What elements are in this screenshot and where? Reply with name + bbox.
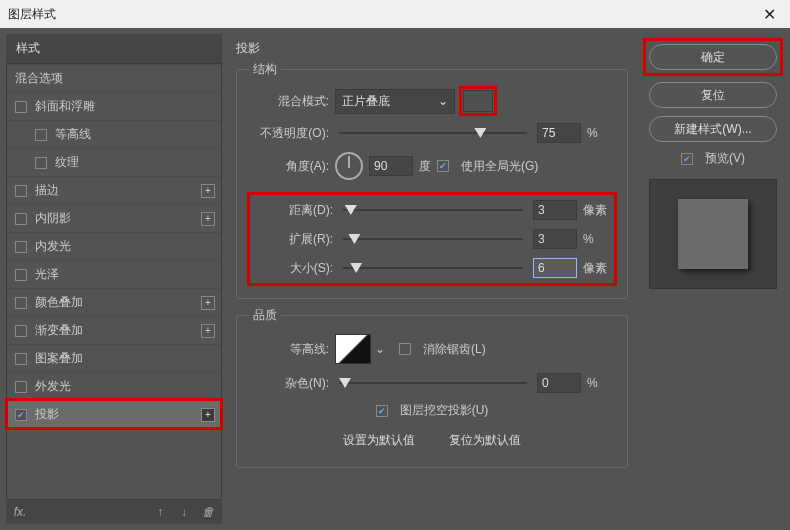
chevron-down-icon: ⌄ <box>438 94 448 108</box>
style-item-0[interactable]: 斜面和浮雕 <box>7 92 221 120</box>
up-arrow-icon[interactable]: ↑ <box>152 504 168 520</box>
right-column: 确定 复位 新建样式(W)... 预览(V) <box>642 34 784 524</box>
section-title: 投影 <box>236 36 628 61</box>
make-default-button[interactable]: 设置为默认值 <box>335 428 423 453</box>
spread-field: 扩展(R): % <box>253 229 611 249</box>
title-bar: 图层样式 ✕ <box>0 0 790 28</box>
checkbox-icon[interactable] <box>35 157 47 169</box>
use-global-light[interactable]: 使用全局光(G) <box>437 158 538 175</box>
checkbox-icon <box>437 160 449 172</box>
styles-footer: fx. ↑ ↓ 🗑 <box>6 500 222 524</box>
spread-slider[interactable] <box>343 232 523 246</box>
checkbox-icon[interactable] <box>15 353 27 365</box>
blend-options-row[interactable]: 混合选项 <box>7 64 221 92</box>
styles-header: 样式 <box>6 34 222 63</box>
checkbox-icon[interactable] <box>15 241 27 253</box>
down-arrow-icon[interactable]: ↓ <box>176 504 192 520</box>
size-input[interactable] <box>533 258 577 278</box>
angle-input[interactable] <box>369 156 413 176</box>
checkbox-icon[interactable] <box>15 409 27 421</box>
checkbox-icon <box>681 153 693 165</box>
spread-input[interactable] <box>533 229 577 249</box>
checkbox-icon <box>399 343 411 355</box>
plus-icon[interactable]: + <box>201 324 215 338</box>
quality-group: 品质 等高线: ⌄ 消除锯齿(L) 杂色(N): % 图层挖空投影(U) 设置为… <box>236 307 628 468</box>
left-column: 样式 混合选项 斜面和浮雕等高线纹理描边+内阴影+内发光光泽颜色叠加+渐变叠加+… <box>6 34 222 524</box>
blend-mode-select[interactable]: 正片叠底⌄ <box>335 89 455 114</box>
style-item-11[interactable]: 投影+ <box>7 400 221 428</box>
distance-field: 距离(D): 像素 <box>253 200 611 220</box>
checkbox-icon[interactable] <box>15 101 27 113</box>
style-item-5[interactable]: 内发光 <box>7 232 221 260</box>
checkbox-icon[interactable] <box>15 325 27 337</box>
checkbox-icon[interactable] <box>15 297 27 309</box>
contour-preview[interactable] <box>335 334 371 364</box>
new-style-button[interactable]: 新建样式(W)... <box>649 116 777 142</box>
center-column: 投影 结构 混合模式: 正片叠底⌄ 不透明度(O): % 角度(A): 度 使用… <box>228 34 636 524</box>
noise-slider[interactable] <box>339 376 527 390</box>
style-item-4[interactable]: 内阴影+ <box>7 204 221 232</box>
size-slider[interactable] <box>343 261 523 275</box>
plus-icon[interactable]: + <box>201 212 215 226</box>
preview-box <box>649 179 777 289</box>
styles-list: 混合选项 斜面和浮雕等高线纹理描边+内阴影+内发光光泽颜色叠加+渐变叠加+图案叠… <box>6 63 222 500</box>
window-title: 图层样式 <box>8 6 56 23</box>
style-label: 颜色叠加 <box>35 294 83 311</box>
opacity-slider[interactable] <box>339 126 527 140</box>
distance-slider[interactable] <box>343 203 523 217</box>
structure-group: 结构 混合模式: 正片叠底⌄ 不透明度(O): % 角度(A): 度 使用全局光… <box>236 61 628 299</box>
blend-mode-field: 混合模式: 正片叠底⌄ <box>249 88 615 114</box>
style-item-6[interactable]: 光泽 <box>7 260 221 288</box>
shadow-color-swatch[interactable] <box>463 90 493 112</box>
checkbox-icon[interactable] <box>15 213 27 225</box>
style-item-10[interactable]: 外发光 <box>7 372 221 400</box>
style-label: 光泽 <box>35 266 59 283</box>
style-item-7[interactable]: 颜色叠加+ <box>7 288 221 316</box>
knockout-field: 图层挖空投影(U) <box>249 402 615 419</box>
chevron-down-icon[interactable]: ⌄ <box>375 342 385 356</box>
angle-dial[interactable] <box>335 152 363 180</box>
style-item-3[interactable]: 描边+ <box>7 176 221 204</box>
noise-field: 杂色(N): % <box>249 373 615 393</box>
style-label: 渐变叠加 <box>35 322 83 339</box>
distance-input[interactable] <box>533 200 577 220</box>
angle-field: 角度(A): 度 使用全局光(G) <box>249 152 615 180</box>
plus-icon[interactable]: + <box>201 184 215 198</box>
ok-button[interactable]: 确定 <box>649 44 777 70</box>
size-field: 大小(S): 像素 <box>253 258 611 278</box>
reset-button[interactable]: 复位 <box>649 82 777 108</box>
plus-icon[interactable]: + <box>201 408 215 422</box>
trash-icon[interactable]: 🗑 <box>200 504 216 520</box>
preview-swatch <box>678 199 748 269</box>
structure-legend: 结构 <box>249 61 281 78</box>
style-label: 斜面和浮雕 <box>35 98 95 115</box>
checkbox-icon[interactable] <box>15 269 27 281</box>
style-item-8[interactable]: 渐变叠加+ <box>7 316 221 344</box>
style-item-1[interactable]: 等高线 <box>7 120 221 148</box>
checkbox-icon[interactable] <box>35 129 47 141</box>
opacity-input[interactable] <box>537 123 581 143</box>
checkbox-icon[interactable] <box>15 381 27 393</box>
antialias-checkbox[interactable]: 消除锯齿(L) <box>399 341 486 358</box>
opacity-field: 不透明度(O): % <box>249 123 615 143</box>
contour-field: 等高线: ⌄ 消除锯齿(L) <box>249 334 615 364</box>
reset-default-button[interactable]: 复位为默认值 <box>441 428 529 453</box>
checkbox-icon[interactable] <box>15 185 27 197</box>
plus-icon[interactable]: + <box>201 296 215 310</box>
style-label: 图案叠加 <box>35 350 83 367</box>
style-label: 投影 <box>35 406 59 423</box>
style-label: 描边 <box>35 182 59 199</box>
style-item-2[interactable]: 纹理 <box>7 148 221 176</box>
checkbox-icon <box>376 405 388 417</box>
preview-checkbox[interactable]: 预览(V) <box>681 150 745 167</box>
fx-icon[interactable]: fx. <box>12 504 28 520</box>
style-label: 纹理 <box>55 154 79 171</box>
noise-input[interactable] <box>537 373 581 393</box>
knockout-checkbox[interactable]: 图层挖空投影(U) <box>376 402 489 419</box>
close-icon[interactable]: ✕ <box>757 5 782 24</box>
quality-legend: 品质 <box>249 307 281 324</box>
style-label: 外发光 <box>35 378 71 395</box>
style-label: 内阴影 <box>35 210 71 227</box>
style-item-9[interactable]: 图案叠加 <box>7 344 221 372</box>
style-label: 等高线 <box>55 126 91 143</box>
